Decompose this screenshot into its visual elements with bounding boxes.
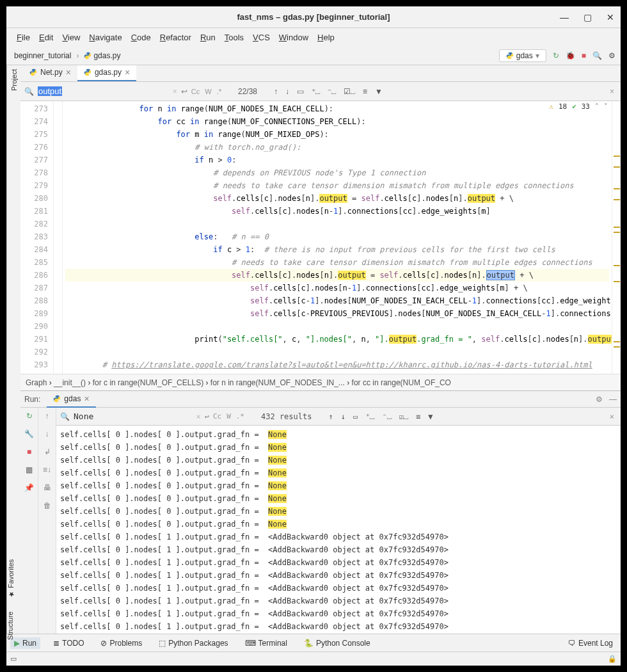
search-input[interactable]: output [38, 86, 89, 96]
run-output[interactable]: self.cells[ 0 ].nodes[ 0 ].output.grad_f… [56, 426, 621, 634]
remove-selection-icon[interactable]: ⁻⎵ [382, 412, 391, 421]
history-icon[interactable]: ↩ [181, 87, 187, 96]
close-button[interactable]: ✕ [605, 12, 615, 22]
python-packages-button[interactable]: ⬚Python Packages [155, 637, 232, 649]
search-everywhere-icon[interactable]: 🔍 [592, 51, 602, 60]
select-occurrence-icon[interactable]: ▭ [297, 87, 304, 96]
soft-wrap-icon[interactable]: ↲ [44, 447, 51, 456]
settings-icon[interactable]: ⚙ [608, 51, 615, 60]
down-icon[interactable]: ˅ [604, 102, 608, 111]
code-editor[interactable]: ⚠18 ✔33 ˄ ˅ 2732742752762772782792802812… [20, 101, 621, 374]
debug-icon[interactable]: 🐞 [566, 51, 575, 60]
structure-tool-button[interactable]: Structure [6, 611, 15, 640]
close-tab-icon[interactable]: × [66, 67, 71, 77]
menu-vcs[interactable]: VCS [249, 30, 274, 45]
rerun-icon[interactable]: ↻ [553, 51, 559, 60]
filter-settings-icon[interactable]: ≡ [416, 412, 420, 421]
history-icon[interactable]: ↩ [205, 412, 209, 421]
add-selection-icon[interactable]: ⁺⎵ [312, 87, 320, 96]
print-icon[interactable]: 🖶 [44, 483, 51, 492]
pin-icon[interactable]: 📌 [24, 483, 34, 492]
breadcrumb[interactable]: beginner_tutorial › gdas.py [12, 50, 123, 61]
stop-run-icon[interactable]: ■ [27, 447, 31, 456]
ctx-crumb[interactable]: for cc in range(NUM_OF_CO [352, 378, 451, 387]
stop-icon[interactable]: ■ [582, 51, 586, 60]
scroll-end-icon[interactable]: ≡↓ [43, 465, 51, 474]
remove-selection-icon[interactable]: ⁻⎵ [328, 87, 336, 96]
ctx-crumb[interactable]: for c in range(NUM_OF_CELLS) [93, 378, 203, 387]
run-search-input[interactable]: None [74, 412, 125, 421]
up-icon[interactable]: ˄ [595, 102, 599, 111]
code-area[interactable]: for n in range(NUM_OF_NODES_IN_EACH_CELL… [63, 101, 612, 374]
menu-help[interactable]: Help [314, 30, 338, 45]
breadcrumb-project[interactable]: beginner_tutorial [12, 50, 74, 61]
status-right-icon[interactable]: 🔒 [608, 655, 617, 663]
prev-match-icon[interactable]: ↑ [328, 412, 333, 421]
menu-tools[interactable]: Tools [221, 30, 248, 45]
close-search-icon[interactable]: × [603, 87, 621, 96]
inspection-widget[interactable]: ⚠18 ✔33 ˄ ˅ [546, 102, 610, 111]
run-settings-icon[interactable]: ⚙ [596, 395, 603, 404]
filter-icon[interactable]: ▼ [375, 87, 383, 96]
ctx-crumb[interactable]: __init__() [54, 378, 86, 387]
close-search-icon[interactable]: × [603, 412, 621, 421]
event-log-button[interactable]: 🗨Event Log [564, 637, 617, 649]
prev-match-icon[interactable]: ↑ [274, 87, 278, 96]
regex-toggle[interactable]: .* [236, 412, 244, 420]
clear-icon[interactable]: 🗑 [44, 501, 51, 510]
rerun-icon[interactable]: ↻ [26, 412, 33, 420]
regex-toggle[interactable]: .* [217, 88, 221, 95]
terminal-tool-button[interactable]: ⌨Terminal [241, 637, 291, 649]
menu-navigate[interactable]: Navigate [85, 30, 125, 45]
menu-file[interactable]: File [13, 30, 34, 45]
todo-tool-button[interactable]: ≣TODO [49, 637, 88, 649]
error-stripe[interactable] [612, 101, 621, 374]
context-breadcrumb[interactable]: Graph › __init__() › for c in range(NUM_… [20, 374, 621, 390]
menu-view[interactable]: View [58, 30, 84, 45]
menu-code[interactable]: Code [127, 30, 155, 45]
words-toggle[interactable]: W [205, 88, 211, 95]
run-tab[interactable]: gdas × [47, 391, 95, 408]
select-occurrence-icon[interactable]: ▭ [353, 412, 358, 421]
fold-gutter[interactable] [54, 101, 63, 374]
maximize-button[interactable]: ▢ [582, 12, 592, 22]
minimize-button[interactable]: — [559, 12, 569, 22]
select-all-icon[interactable]: ☑⎵ [399, 412, 408, 421]
layout-icon[interactable]: ▦ [26, 465, 33, 474]
up-stack-icon[interactable]: ↑ [45, 412, 49, 420]
ctx-crumb[interactable]: Graph [26, 378, 47, 387]
ctx-crumb[interactable]: for n in range(NUM_OF_NODES_IN_... [210, 378, 345, 387]
editor-tab[interactable]: Net.py× [23, 65, 77, 81]
menu-window[interactable]: Window [275, 30, 312, 45]
clear-search-icon[interactable]: × [173, 87, 177, 96]
menu-edit[interactable]: Edit [35, 30, 57, 45]
menu-refactor[interactable]: Refactor [156, 30, 195, 45]
python-console-button[interactable]: 🐍Python Console [300, 637, 374, 649]
match-case-toggle[interactable]: Cc [213, 412, 221, 420]
run-config-selector[interactable]: gdas ▾ [499, 49, 546, 62]
filter-icon[interactable]: ▼ [428, 412, 433, 421]
match-case-toggle[interactable]: Cc [191, 88, 200, 95]
close-run-tab-icon[interactable]: × [84, 394, 89, 404]
add-selection-icon[interactable]: ⁺⎵ [365, 412, 374, 421]
project-tool-button[interactable]: Project [10, 69, 18, 91]
words-toggle[interactable]: W [226, 412, 231, 420]
filter-settings-icon[interactable]: ≡ [363, 87, 367, 96]
favorites-tool-button[interactable]: ★ Favorites [6, 559, 15, 598]
editor-tab[interactable]: gdas.py× [77, 65, 136, 81]
problems-tool-button[interactable]: ⊘Problems [97, 637, 146, 649]
close-tab-icon[interactable]: × [125, 67, 130, 77]
menu-run[interactable]: Run [196, 30, 219, 45]
select-all-icon[interactable]: ☑⎵ [344, 87, 355, 96]
status-left-icon[interactable]: ▭ [10, 655, 17, 663]
wrench-icon[interactable]: 🔧 [24, 429, 34, 438]
hide-run-icon[interactable]: — [609, 395, 617, 404]
next-match-icon[interactable]: ↓ [285, 87, 289, 96]
run-tool-button[interactable]: ▶Run [10, 637, 40, 649]
line-number-gutter[interactable]: 2732742752762772782792802812822832842852… [20, 101, 54, 374]
clear-search-icon[interactable]: × [196, 412, 200, 421]
chevron-right-icon: › [76, 51, 79, 60]
down-stack-icon[interactable]: ↓ [45, 429, 49, 438]
next-match-icon[interactable]: ↓ [341, 412, 345, 421]
breadcrumb-file[interactable]: gdas.py [81, 50, 123, 61]
